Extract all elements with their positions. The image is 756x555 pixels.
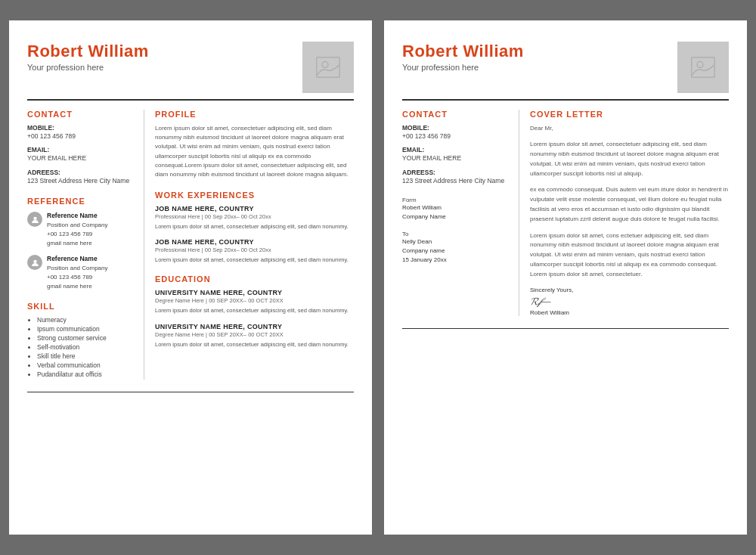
profile-text: Lorem ipsum dolor sit amet, consectetuer… (155, 124, 354, 180)
resume-col-left: CONTACT MOBILE: +00 123 456 789 EMAIL: Y… (27, 110, 144, 380)
closing-text: Sincerely Yours, (530, 287, 729, 293)
cover-divider-top (402, 99, 729, 101)
work-title: WORK EXPERIENCES (155, 191, 354, 200)
cover-from-label: Form (402, 197, 508, 203)
cover-contact-title: CONTACT (402, 110, 508, 119)
letter-greeting: Dear Mr, (530, 124, 729, 134)
page-wrapper: Robert William Your profession here CONT… (9, 20, 747, 535)
resume-two-col: CONTACT MOBILE: +00 123 456 789 EMAIL: Y… (27, 110, 354, 380)
resume-divider-bottom (27, 392, 354, 392)
work-desc-2: Lorem ipsum dolor sit amet, consectetuer… (155, 256, 354, 264)
skill-3: Strong customer service (37, 334, 133, 342)
ref-email-1: gmail name here (47, 240, 92, 246)
ref-item-1: Reference Name Position and Company +00 … (27, 211, 133, 248)
email-value: YOUR EMAIL HERE (27, 154, 133, 163)
svg-point-2 (33, 216, 36, 219)
ref-phone-1: +00 123 456 789 (47, 231, 92, 237)
education-title: EDUCATION (155, 274, 354, 284)
skill-6: Verbal communication (37, 361, 133, 369)
cover-address-value: 123 Street Address Here City Name (402, 177, 508, 186)
signature-glyph: 𝓡𝒻— (530, 296, 729, 308)
contact-title: CONTACT (27, 110, 133, 119)
resume-header-left: Robert William Your profession here (27, 42, 149, 72)
ref-phone-2: +00 123 456 789 (47, 274, 92, 281)
work-item-1: JOB NAME HERE, COUNTRY Professional Here… (155, 205, 354, 231)
work-desc-1: Lorem ipsum dolor sit amet, consectetuer… (155, 222, 354, 231)
signature-name: Robert William (530, 309, 729, 316)
edu-title-1: UNIVERSITY NAME HERE, COUNTRY (155, 289, 354, 296)
skill-title: SKILL (27, 302, 133, 311)
cover-profession: Your profession here (402, 63, 524, 72)
letter-body1: Lorem ipsum dolor sit amet, consectetuer… (530, 140, 729, 178)
address-label: ADREESS: (27, 169, 133, 176)
mobile-value: +00 123 456 789 (27, 132, 133, 141)
svg-point-1 (322, 61, 328, 67)
cover-email-label: EMAIL: (402, 146, 508, 153)
person-icon-1 (31, 215, 39, 224)
resume-page: Robert William Your profession here CONT… (9, 20, 372, 535)
mobile-label: MOBILE: (27, 124, 133, 132)
resume-profession: Your profession here (27, 63, 149, 72)
cover-address-label: ADREESS: (402, 169, 508, 176)
cover-divider-bottom (402, 328, 729, 329)
skill-1: Numeracy (37, 316, 133, 324)
resume-name: Robert William (27, 42, 149, 61)
cover-mobile-value: +00 123 456 789 (402, 132, 508, 141)
coverletter-page: Robert William Your profession here CONT… (384, 20, 747, 535)
ref-name-2: Reference Name (47, 255, 98, 262)
cover-photo (677, 42, 729, 93)
ref-item-2: Reference Name Position and Company +00 … (27, 254, 133, 291)
ref-text-1: Reference Name Position and Company +00 … (47, 211, 108, 248)
letter-closing: Sincerely Yours, 𝓡𝒻— Robert William (530, 287, 729, 316)
email-label: EMAIL: (27, 146, 133, 153)
work-title-2: JOB NAME HERE, COUNTRY (155, 238, 354, 246)
photo-icon (316, 57, 340, 78)
cover-to-label: To (402, 231, 508, 237)
cover-two-col: CONTACT MOBILE: +00 123 456 789 EMAIL: Y… (402, 110, 729, 316)
cover-mobile-label: MOBILE: (402, 124, 508, 132)
person-icon-2 (31, 259, 39, 267)
skill-5: Skill title here (37, 352, 133, 360)
cover-name: Robert William (402, 42, 524, 61)
cover-header: Robert William Your profession here (402, 42, 729, 93)
skill-2: Ipsum communication (37, 325, 133, 333)
skill-list: Numeracy Ipsum communication Strong cust… (27, 316, 133, 378)
work-meta-1: Professional Here | 00 Sep 20xx– 00 Oct … (155, 213, 354, 220)
resume-col-right: PROFILE Lorem ipsum dolor sit amet, cons… (144, 110, 354, 380)
letter-title: COVER LETTER (530, 110, 729, 119)
work-item-2: JOB NAME HERE, COUNTRY Professional Here… (155, 238, 354, 264)
svg-point-5 (697, 61, 703, 67)
cover-email-value: YOUR EMAIL HERE (402, 154, 508, 163)
cover-col-left: CONTACT MOBILE: +00 123 456 789 EMAIL: Y… (402, 110, 519, 316)
edu-item-2: UNIVERSITY NAME HERE, COUNTRY Degree Nam… (155, 323, 354, 349)
edu-title-2: UNIVERSITY NAME HERE, COUNTRY (155, 323, 354, 330)
ref-avatar-2 (27, 255, 42, 270)
work-title-1: JOB NAME HERE, COUNTRY (155, 205, 354, 212)
work-meta-2: Professional Here | 00 Sep 20xx– 00 Oct … (155, 246, 354, 253)
cover-col-right: COVER LETTER Dear Mr, Lorem ipsum dolor … (519, 110, 729, 316)
skill-7: Pudandilatur aut officis (37, 371, 133, 378)
resume-divider-top (27, 99, 354, 101)
profile-title: PROFILE (155, 110, 354, 119)
cover-header-left: Robert William Your profession here (402, 42, 524, 72)
ref-text-2: Reference Name Position and Company +00 … (47, 254, 108, 291)
resume-photo (302, 42, 354, 93)
address-value: 123 Street Address Here City Name (27, 177, 133, 186)
ref-avatar-1 (27, 212, 42, 227)
svg-point-3 (33, 259, 36, 262)
ref-position-1: Position and Company (47, 222, 108, 228)
cover-to-name: Nelly Dean Company name 15 January 20xx (402, 237, 508, 265)
cover-from-name: Robert William Company Name (402, 203, 508, 222)
reference-title: REFERENCE (27, 197, 133, 206)
letter-body2: ex ea commodo consequat. Duis autem vel … (530, 185, 729, 224)
resume-header: Robert William Your profession here (27, 42, 354, 93)
ref-email-2: gmail name here (47, 283, 92, 290)
skill-4: Self-motivation (37, 343, 133, 351)
cover-photo-icon (691, 57, 715, 78)
edu-meta-1: Degree Name Here | 00 SEP 20XX– 00 OCT 2… (155, 297, 354, 304)
letter-body3: Lorem ipsum dolor sit amet, cons ectetue… (530, 231, 729, 280)
edu-meta-2: Degree Name Here | 00 SEP 20XX– 00 OCT 2… (155, 331, 354, 338)
ref-position-2: Position and Company (47, 265, 108, 271)
edu-desc-1: Lorem ipsum dolor sit amet, consectetuer… (155, 306, 354, 315)
ref-name-1: Reference Name (47, 212, 98, 219)
